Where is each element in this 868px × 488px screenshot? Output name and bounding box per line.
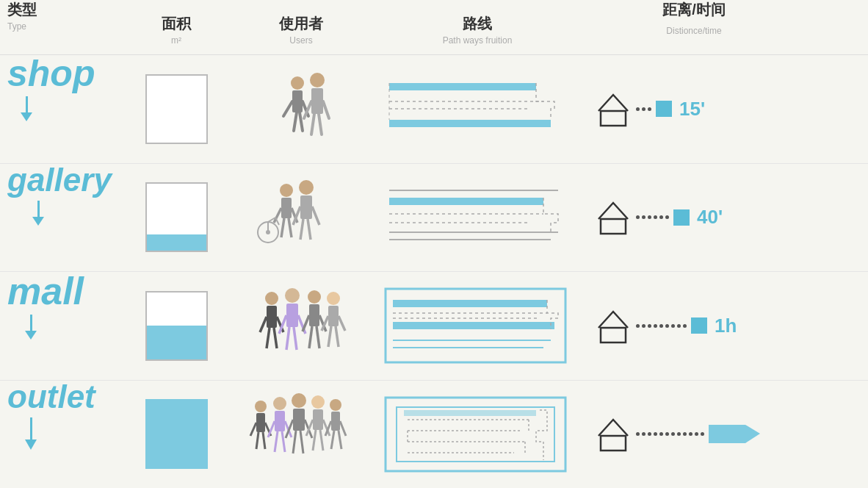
house-icon-shop (595, 89, 632, 129)
users-gallery (235, 164, 367, 272)
users-outlet (235, 381, 367, 489)
header-path-zh: 路线 (463, 14, 492, 34)
svg-rect-12 (389, 83, 536, 90)
svg-point-85 (292, 393, 306, 408)
svg-line-75 (250, 423, 256, 436)
svg-rect-48 (286, 304, 298, 327)
svg-rect-40 (601, 219, 626, 234)
svg-line-55 (303, 315, 309, 331)
svg-line-58 (317, 326, 319, 348)
house-icon-mall (595, 306, 632, 346)
time-label-shop: 15' (679, 98, 705, 121)
house-icon-gallery (595, 197, 632, 237)
svg-line-11 (319, 114, 322, 134)
header-type-zh: 类型 (7, 0, 37, 20)
header-type-en: Type (7, 21, 26, 32)
type-mall: mall (0, 272, 117, 380)
svg-line-21 (281, 218, 284, 237)
svg-point-23 (299, 180, 314, 195)
users-svg-mall (250, 284, 352, 368)
header-users: 使用者 Users (235, 0, 367, 59)
outlet-time-arrow (709, 421, 760, 447)
arrow-mall (25, 315, 37, 340)
svg-line-10 (311, 114, 314, 134)
svg-rect-92 (313, 409, 323, 430)
header-area-en: m² (171, 35, 181, 46)
svg-line-57 (309, 326, 312, 348)
svg-line-84 (282, 431, 285, 452)
svg-line-96 (320, 430, 323, 451)
arrow-shop (21, 96, 32, 121)
type-label-shop: shop (7, 55, 95, 92)
svg-line-64 (336, 326, 339, 347)
users-svg-gallery (253, 177, 349, 258)
type-outlet: outlet (0, 381, 117, 489)
header-dist: 距离/时间 Distionce/time (587, 0, 793, 59)
area-fill-mall (147, 326, 206, 359)
svg-line-100 (340, 421, 346, 436)
area-box-outlet (145, 399, 208, 469)
svg-rect-66 (393, 300, 547, 307)
svg-line-89 (293, 431, 296, 453)
type-label-outlet: outlet (7, 381, 95, 413)
svg-line-63 (328, 326, 331, 347)
svg-rect-98 (331, 412, 340, 431)
header-strip: 类型 Type 面积 m² 使用者 Users 路线 Path ways fru… (0, 0, 868, 55)
header-type: 类型 Type (0, 0, 117, 59)
svg-line-22 (289, 218, 292, 237)
svg-line-9 (323, 101, 329, 118)
svg-rect-42 (267, 306, 277, 328)
svg-rect-54 (309, 304, 319, 326)
area-gallery (117, 164, 235, 272)
svg-rect-86 (293, 409, 305, 431)
area-box-gallery (145, 182, 208, 252)
header-users-en: Users (289, 35, 312, 46)
svg-point-6 (310, 73, 325, 87)
arrow-head-shop (21, 112, 32, 121)
row-outlet: outlet (0, 381, 868, 489)
svg-line-77 (256, 432, 258, 449)
svg-rect-80 (275, 411, 285, 431)
header-dist-en: Distionce/time (666, 26, 721, 36)
svg-line-28 (308, 219, 311, 240)
arrow-line-shop (26, 96, 28, 112)
type-label-mall: mall (7, 272, 84, 310)
svg-line-95 (313, 430, 316, 451)
path-shop (367, 55, 587, 163)
path-svg-gallery (382, 184, 573, 251)
path-svg-shop (382, 76, 573, 142)
svg-rect-112 (404, 410, 536, 416)
header-dist-zh: 距离/时间 (662, 0, 726, 20)
svg-point-79 (273, 397, 286, 410)
users-svg-outlet (246, 390, 356, 478)
dots-mall (636, 324, 687, 328)
path-svg-outlet (382, 394, 573, 475)
users-svg-shop (257, 68, 345, 149)
svg-point-59 (327, 292, 340, 305)
time-label-gallery: 40' (697, 206, 723, 229)
svg-line-52 (294, 327, 297, 350)
svg-line-26 (312, 207, 319, 225)
svg-marker-114 (709, 425, 760, 443)
svg-rect-103 (386, 398, 565, 471)
svg-line-51 (286, 327, 289, 350)
header-path-en: Path ways fruition (443, 35, 513, 46)
dist-gallery: 40' (587, 164, 793, 272)
svg-rect-7 (311, 88, 323, 114)
arrow-gallery (32, 201, 44, 226)
body-rows: shop (0, 55, 868, 488)
svg-point-91 (311, 395, 325, 409)
path-gallery (367, 164, 587, 272)
svg-line-102 (339, 431, 341, 449)
svg-rect-72 (601, 328, 626, 342)
svg-rect-113 (601, 436, 626, 451)
svg-line-83 (275, 431, 278, 452)
area-box-shop (145, 74, 208, 144)
type-gallery: gallery (0, 164, 117, 272)
dots-gallery (636, 215, 669, 219)
header-area-zh: 面积 (162, 14, 191, 34)
svg-line-46 (274, 328, 277, 348)
svg-rect-74 (256, 413, 265, 432)
svg-rect-18 (281, 198, 292, 218)
svg-line-101 (331, 431, 334, 449)
